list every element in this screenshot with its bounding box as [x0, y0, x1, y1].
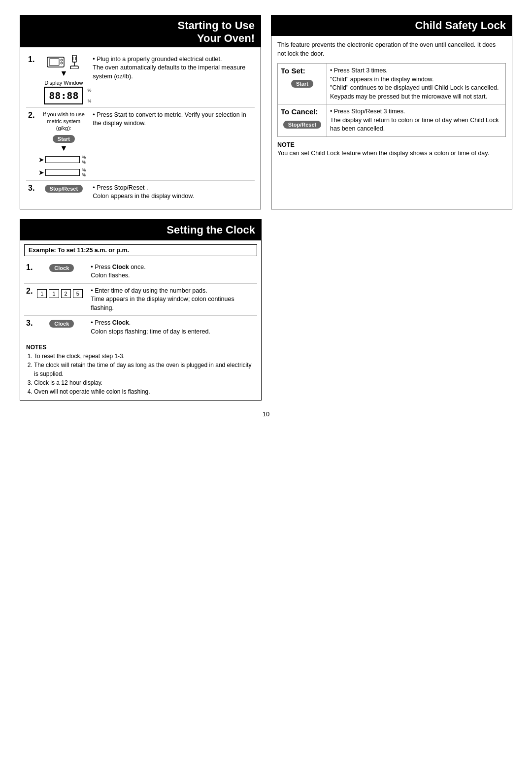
clock-notes-title: NOTES: [26, 343, 255, 352]
plug-icon: [69, 55, 80, 69]
svg-rect-1: [49, 59, 59, 66]
key-4[interactable]: 5: [73, 289, 83, 298]
child-cancel-label-cell: To Cancel: Stop/Reset: [278, 104, 327, 137]
microwave-icon: [47, 55, 65, 69]
child-safety-intro: This feature prevents the electronic ope…: [277, 41, 506, 58]
stop-reset-button-child[interactable]: Stop/Reset: [283, 121, 321, 129]
note-title: NOTE: [277, 141, 295, 148]
clock-step-text-1: • Press Clock once. Colon flashes.: [89, 260, 257, 284]
clock-step-visual-1: Clock: [34, 260, 89, 284]
child-set-label: To Set:: [281, 67, 324, 75]
note-text: You can set Child Lock feature when the …: [277, 150, 489, 157]
display-sup2: ⅝: [88, 99, 92, 103]
svg-point-2: [61, 59, 63, 61]
right-empty-area: [271, 219, 512, 401]
clock-step-row-1: 1. Clock • Press Clock once. Colon flash…: [24, 260, 257, 284]
child-set-row: To Set: Start • Press Start 3 times. "Ch…: [278, 64, 506, 104]
start-btn-area: Start: [38, 134, 89, 144]
start-button-pill[interactable]: Start: [53, 135, 75, 143]
clock-step-visual-2: 1 1 2 5: [34, 283, 89, 316]
clock-note-2: The clock will retain the time of day as…: [34, 361, 255, 378]
start-button-child[interactable]: Start: [291, 80, 313, 88]
step-row-2: 2. If you wish to use metric system (g/k…: [26, 107, 255, 180]
display-box: 88:88 % ⅝: [44, 87, 83, 104]
plug-icon-row: [47, 55, 80, 69]
stop-reset-btn-area: Stop/Reset: [38, 184, 89, 194]
bottom-row: Setting the Clock Example: To set 11:25 …: [20, 219, 512, 401]
step-visual-2: If you wish to use metric system (g/kg):…: [36, 107, 91, 180]
step-num-3: 3.: [26, 180, 36, 204]
clock-btn-area-1: Clock: [36, 263, 87, 273]
child-safety-title: Child Safety Lock: [271, 15, 512, 36]
key-1[interactable]: 1: [37, 289, 47, 298]
step-row-1: 1.: [26, 52, 255, 108]
metric-sublabel: If you wish to use metric system (g/kg):: [38, 111, 89, 132]
clock-step-text-2: • Enter time of day using the number pad…: [89, 283, 257, 316]
oven-icon-area: ▼ Display Window 88:88 % ⅝: [38, 55, 89, 104]
clock-steps-table: 1. Clock • Press Clock once. Colon flash…: [24, 260, 257, 339]
display-window: 88:88: [44, 87, 83, 104]
clock-step-row-3: 3. Clock • Press Clock. Colon stops flas…: [24, 316, 257, 339]
clock-example: Example: To set 11:25 a.m. or p.m.: [24, 244, 257, 256]
step-text-1: • Plug into a properly grounded electric…: [91, 52, 255, 108]
clock-notes: NOTES To reset the clock, repeat step 1-…: [20, 339, 261, 400]
start-oven-section: Starting to Use Your Oven! 1.: [20, 15, 261, 209]
clock-note-3: Clock is a 12 hour display.: [34, 378, 255, 387]
metric-bar-2: [45, 169, 80, 176]
svg-rect-6: [70, 66, 78, 69]
display-area: Display Window 88:88 % ⅝: [44, 80, 83, 104]
child-safety-note: NOTE You can set Child Lock feature when…: [271, 137, 512, 162]
child-cancel-row: To Cancel: Stop/Reset • Press Stop/Reset…: [278, 104, 506, 137]
number-keys-row: 1 1 2 5: [36, 289, 87, 299]
child-safety-section: Child Safety Lock This feature prevents …: [271, 15, 512, 209]
clock-step-row-2: 2. 1 1 2 5 • Enter time of day using the…: [24, 283, 257, 316]
step-visual-1: ▼ Display Window 88:88 % ⅝: [36, 52, 91, 108]
display-sup1: %: [87, 88, 91, 93]
page-number: 10: [20, 410, 512, 418]
stop-reset-button-pill[interactable]: Stop/Reset: [45, 185, 83, 193]
step-row-3: 3. Stop/Reset • Press Stop/Reset . Colon…: [26, 180, 255, 204]
child-cancel-text: • Press Stop/Reset 3 times. The display …: [327, 104, 506, 137]
svg-point-3: [61, 62, 63, 64]
arrow-down-2: ▼: [38, 144, 89, 153]
child-set-btn-area: Start: [281, 79, 324, 89]
metric-bar-1: [45, 156, 80, 163]
key-3[interactable]: 2: [61, 289, 71, 298]
child-cancel-btn-area: Stop/Reset: [281, 120, 324, 130]
arrow-down-1: ▼: [60, 69, 67, 78]
step-visual-3: Stop/Reset: [36, 180, 91, 204]
child-set-label-cell: To Set: Start: [278, 64, 327, 104]
clock-notes-list: To reset the clock, repeat step 1-3. The…: [26, 352, 255, 396]
clock-step-num-2: 2.: [24, 283, 34, 316]
clock-section: Setting the Clock Example: To set 11:25 …: [20, 219, 262, 401]
child-set-text: • Press Start 3 times. "Child" appears i…: [327, 64, 506, 104]
clock-note-4: Oven will not operate while colon is fla…: [34, 387, 255, 396]
clock-step-num-1: 1.: [24, 260, 34, 284]
start-oven-title: Starting to Use Your Oven!: [20, 15, 261, 47]
clock-btn-area-3: Clock: [36, 319, 87, 329]
step-num-1: 1.: [26, 52, 36, 108]
clock-step-num-3: 3.: [24, 316, 34, 339]
clock-note-1: To reset the clock, repeat step 1-3.: [34, 352, 255, 361]
clock-button-1[interactable]: Clock: [49, 264, 74, 272]
start-oven-steps: 1.: [26, 52, 255, 204]
child-safety-table: To Set: Start • Press Start 3 times. "Ch…: [277, 63, 506, 137]
key-2[interactable]: 1: [49, 289, 59, 298]
step-num-2: 2.: [26, 107, 36, 180]
step-text-2: • Press Start to convert to metric. Veri…: [91, 107, 255, 180]
metric-diagram: ➤ %⅝ ➤ %⅝: [38, 155, 89, 177]
step-text-3: • Press Stop/Reset . Colon appears in th…: [91, 180, 255, 204]
clock-section-title: Setting the Clock: [20, 220, 261, 240]
child-cancel-label: To Cancel:: [281, 107, 324, 116]
clock-button-3[interactable]: Clock: [49, 320, 74, 328]
clock-step-visual-3: Clock: [34, 316, 89, 339]
clock-step-text-3: • Press Clock. Colon stops flashing; tim…: [89, 316, 257, 339]
